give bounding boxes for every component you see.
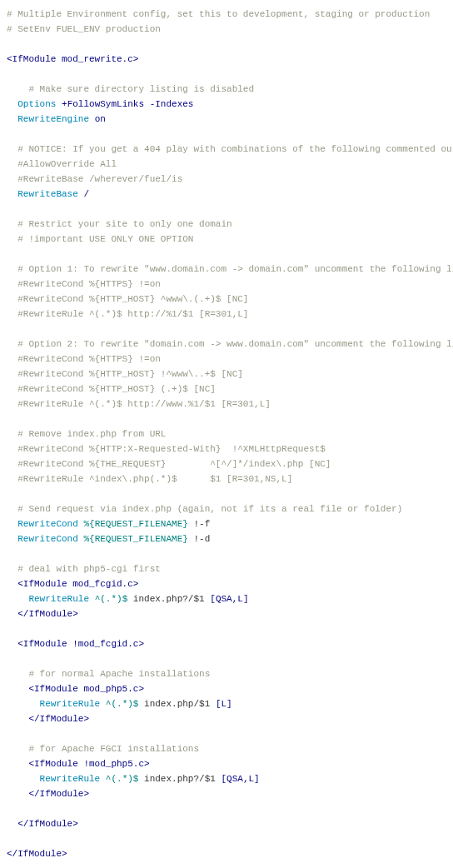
code-line: RewriteRule ^(.*)$ index.php/$1 [L]	[7, 696, 446, 711]
code-line	[7, 801, 446, 816]
code-line: # deal with php5-cgi first	[7, 561, 446, 576]
code-line: </IfModule>	[7, 816, 446, 831]
token: # Multiple Environment config, set this …	[7, 9, 430, 19]
token	[100, 699, 106, 709]
code-line: # Remove index.php from URL	[7, 427, 446, 441]
token: Options	[17, 99, 56, 109]
code-line	[7, 831, 446, 846]
code-line: #RewriteCond %{HTTP_HOST} ^www\.(.+)$ [N…	[7, 292, 446, 307]
token: RewriteRule	[28, 594, 89, 604]
token: <IfModule mod_rewrite.c>	[7, 54, 138, 64]
token: RewriteBase	[17, 189, 78, 199]
token: #RewriteCond %{HTTP_HOST} !^www\..+$ [NC…	[17, 369, 243, 379]
token: #RewriteCond %{HTTP_HOST} ^www\.(.+)$ [N…	[17, 294, 248, 304]
code-line	[7, 127, 446, 142]
token: </IfModule>	[17, 609, 78, 619]
code-line	[7, 67, 446, 82]
token: <IfModule mod_php5.c>	[28, 684, 144, 694]
token: # for normal Apache installations	[28, 669, 210, 679]
code-line: RewriteCond %{REQUEST_FILENAME} !-d	[7, 531, 446, 546]
token: #RewriteRule ^index\.php(.*)$ $1 [R=301,…	[17, 474, 292, 484]
code-line: # Option 1: To rewrite "www.domain.com -…	[7, 262, 446, 277]
code-line: # Make sure directory listing is disable…	[7, 82, 446, 97]
token: # Option 1: To rewrite "www.domain.com -…	[17, 264, 453, 274]
token: %{REQUEST_FILENAME}	[83, 534, 187, 544]
code-line: RewriteCond %{REQUEST_FILENAME} !-f	[7, 516, 446, 531]
token: index.php?/$1	[127, 594, 210, 604]
code-line	[7, 322, 446, 337]
token: %{REQUEST_FILENAME}	[83, 519, 187, 529]
code-line: #RewriteRule ^(.*)$ http://www.%1/$1 [R=…	[7, 397, 446, 412]
code-line: Options +FollowSymLinks -Indexes	[7, 97, 446, 112]
token: # Restrict your site to only one domain	[17, 219, 231, 229]
code-line	[7, 621, 446, 636]
code-line: <IfModule mod_rewrite.c>	[7, 52, 446, 67]
token: #RewriteCond %{HTTP_HOST} (.+)$ [NC]	[17, 384, 216, 394]
token: #RewriteCond %{THE_REQUEST} ^[^/]*/index…	[17, 459, 331, 469]
code-line: </IfModule>	[7, 786, 446, 801]
token: ^(.*)$	[106, 774, 139, 784]
code-line: #RewriteCond %{HTTP:X-Requested-With} !^…	[7, 441, 446, 456]
token: <IfModule !mod_php5.c>	[28, 759, 149, 769]
code-line: # Option 2: To rewrite "domain.com -> ww…	[7, 337, 446, 352]
code-line: RewriteBase /	[7, 187, 446, 202]
token: # !important USE ONLY ONE OPTION	[17, 234, 193, 244]
code-line	[7, 37, 446, 52]
token: # NOTICE: If you get a 404 play with com…	[17, 144, 453, 154]
code-line: # NOTICE: If you get a 404 play with com…	[7, 142, 446, 157]
code-line: RewriteRule ^(.*)$ index.php?/$1 [QSA,L]	[7, 771, 446, 786]
token: </IfModule>	[7, 849, 67, 859]
token: +FollowSymLinks -Indexes	[62, 99, 193, 109]
code-line: # Multiple Environment config, set this …	[7, 7, 446, 22]
code-line: #RewriteRule ^(.*)$ http://%1/$1 [R=301,…	[7, 307, 446, 322]
code-line: <IfModule mod_fcgid.c>	[7, 576, 446, 591]
token: # deal with php5-cgi first	[17, 564, 161, 574]
code-line: </IfModule>	[7, 606, 446, 621]
code-line: #RewriteBase /wherever/fuel/is	[7, 172, 446, 187]
code-line	[7, 546, 446, 561]
token: [QSA,L]	[210, 594, 248, 604]
token: #RewriteRule ^(.*)$ http://%1/$1 [R=301,…	[17, 309, 248, 319]
code-line: #RewriteCond %{HTTPS} !=on	[7, 352, 446, 367]
token: # SetEnv FUEL_ENV production	[7, 24, 161, 34]
code-line: </IfModule>	[7, 711, 446, 726]
code-line: RewriteEngine on	[7, 112, 446, 127]
code-line: </IfModule>	[7, 846, 446, 861]
code-line: <IfModule mod_php5.c>	[7, 681, 446, 696]
token: #RewriteCond %{HTTP:X-Requested-With} !^…	[17, 444, 326, 454]
token: RewriteRule	[40, 699, 101, 709]
token: #RewriteRule ^(.*)$ http://www.%1/$1 [R=…	[17, 399, 271, 409]
code-line: # Send request via index.php (again, not…	[7, 501, 446, 516]
token: # Remove index.php from URL	[17, 429, 166, 439]
token: <IfModule !mod_fcgid.c>	[17, 639, 144, 649]
token: #AllowOverride All	[17, 159, 117, 169]
code-line: <IfModule !mod_fcgid.c>	[7, 636, 446, 651]
code-line	[7, 726, 446, 741]
token: <IfModule mod_fcgid.c>	[17, 579, 138, 589]
token: /	[83, 189, 89, 199]
code-block: # Multiple Environment config, set this …	[7, 7, 446, 861]
token: !-f	[188, 519, 210, 529]
token: #RewriteCond %{HTTPS} !=on	[17, 354, 161, 364]
token: RewriteCond	[17, 519, 78, 529]
code-line: #RewriteCond %{THE_REQUEST} ^[^/]*/index…	[7, 456, 446, 471]
code-line	[7, 651, 446, 666]
token	[89, 594, 95, 604]
code-line: # for Apache FGCI installations	[7, 741, 446, 756]
code-line	[7, 247, 446, 262]
token: #RewriteBase /wherever/fuel/is	[17, 174, 182, 184]
code-line	[7, 412, 446, 427]
token: !-d	[188, 534, 210, 544]
token	[89, 114, 95, 124]
code-line: RewriteRule ^(.*)$ index.php?/$1 [QSA,L]	[7, 591, 446, 606]
token: RewriteEngine	[17, 114, 89, 124]
token: # for Apache FGCI installations	[28, 744, 199, 754]
code-line: #RewriteCond %{HTTPS} !=on	[7, 277, 446, 292]
token: #RewriteCond %{HTTPS} !=on	[17, 279, 161, 289]
token: # Make sure directory listing is disable…	[28, 84, 254, 94]
code-line	[7, 486, 446, 501]
code-line: # !important USE ONLY ONE OPTION	[7, 232, 446, 247]
token	[100, 774, 106, 784]
code-line: #RewriteCond %{HTTP_HOST} (.+)$ [NC]	[7, 382, 446, 397]
code-line: # for normal Apache installations	[7, 666, 446, 681]
